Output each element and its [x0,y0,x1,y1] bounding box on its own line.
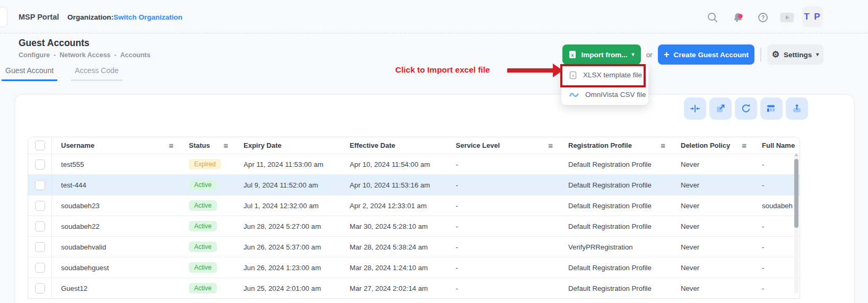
column-filter-icon[interactable]: ≡ [223,141,228,150]
svg-text:x: x [571,52,574,58]
table-columns-icon[interactable] [760,97,783,120]
sidebar-toggle-handle[interactable] [0,7,7,27]
column-header-username[interactable]: Username≡ [52,137,182,154]
breadcrumb-item[interactable]: Network Access [59,51,110,59]
column-header-full-name[interactable]: Full Name [755,137,800,154]
svg-text:?: ? [761,14,765,21]
cell-service-level: - [449,278,561,298]
cell-deletion-policy: Never [674,175,755,195]
breadcrumb-item[interactable]: Accounts [120,51,151,59]
table-row[interactable]: soudabeh22ActiveJun 28, 2024 5:27:00 amM… [28,216,800,236]
row-checkbox-cell [28,175,52,195]
cell-expiry-date: Apr 11, 2024 11:53:00 am [237,154,343,174]
select-all-checkbox[interactable] [35,140,45,150]
row-checkbox[interactable] [35,221,45,231]
annotation-text: Click to Import excel file [395,65,490,75]
table-row[interactable]: test-444ActiveJul 9, 2024 11:52:00 amApr… [28,174,800,195]
row-checkbox[interactable] [35,263,45,273]
search-icon[interactable] [706,11,719,24]
or-text: or [646,51,653,59]
breadcrumb-item[interactable]: Configure [19,51,50,59]
import-from-button[interactable]: x Import from... ▾ [562,44,641,65]
column-label: Full Name [762,141,795,149]
column-header-status[interactable]: Status≡ [182,137,237,154]
row-checkbox[interactable] [35,180,45,190]
cell-status: Active [182,257,237,278]
menu-item-omnivista-csv-file[interactable]: OmniVista CSV file [561,85,648,104]
breadcrumb-separator: - [54,51,56,59]
column-header-effective-date[interactable]: Effective Date [343,137,449,154]
cell-service-level: - [449,237,561,257]
notifications-bell-icon[interactable] [732,11,744,24]
cell-expiry-date: Jul 9, 2024 11:52:00 am [237,175,343,195]
header-divider [760,48,761,61]
breadcrumb: Configure-Network Access-Accounts [19,51,150,59]
menu-item-label: OmniVista CSV file [585,91,646,99]
cell-effective-date: Apr 10, 2024 11:53:16 am [343,175,449,195]
msp-portal-page: MSP Portal Organization: Switch Organiza… [0,0,868,303]
row-checkbox-cell [28,237,52,257]
tab-access-code[interactable]: Access Code [71,64,122,81]
row-checkbox-cell [28,257,52,278]
column-label: Service Level [456,141,500,149]
column-filter-icon[interactable]: ≡ [169,141,173,150]
plus-icon: + [664,50,670,59]
cell-registration-profile: Default Registration Profile [561,216,674,236]
cell-service-level: - [449,195,561,216]
cell-status: Expired [182,154,237,174]
column-header-expiry-date[interactable]: Expiry Date [237,137,343,154]
video-tutorial-icon[interactable] [779,11,794,24]
column-header-registration-profile[interactable]: Registration Profile≡ [561,137,674,154]
settings-button[interactable]: ⚙ Settings ▾ [767,44,823,65]
collapse-columns-icon[interactable] [684,97,706,120]
create-guest-account-button[interactable]: + Create Guest Account [658,44,754,65]
menu-item-xlsx-template-file[interactable]: x XLSX template file [561,65,648,85]
settings-label: Settings [784,51,812,59]
annotation-arrow [507,68,554,73]
column-label: Username [61,141,94,149]
column-filter-icon[interactable]: ≡ [548,141,553,150]
cell-deletion-policy: Never [674,257,755,278]
cell-effective-date: Mar 28, 2024 1:24:10 am [343,257,449,278]
header-checkbox-cell [28,137,52,154]
table-row[interactable]: soudabeh23ActiveJul 1, 2024 12:32:00 amA… [28,195,800,216]
column-filter-icon[interactable]: ≡ [661,141,665,150]
export-icon[interactable] [786,97,808,120]
status-badge: Active [189,221,217,231]
scrollbar-up-arrow[interactable] [794,153,798,156]
table-row[interactable]: Guest12ActiveJun 25, 2024 2:01:00 amMar … [28,278,800,298]
table-body: test555ExpiredApr 11, 2024 11:53:00 amAp… [28,154,800,298]
cell-username: test555 [52,154,182,174]
table-scrollbar[interactable] [794,155,798,293]
switch-organization-link[interactable]: Switch Organization [114,13,183,21]
row-checkbox[interactable] [35,242,45,252]
cell-username: soudabeh23 [52,195,182,216]
refresh-icon[interactable] [735,97,757,120]
row-checkbox-cell [28,195,52,216]
table-row[interactable]: soudabehvalidActiveJun 26, 2024 5:37:00 … [28,236,800,257]
brand-title: MSP Portal [19,13,59,21]
cell-status: Active [182,195,237,216]
scrollbar-thumb[interactable] [794,159,798,228]
status-badge: Active [189,262,217,273]
table-row[interactable]: soudabehguestActiveJun 26, 2024 1:23:00 … [28,257,800,278]
row-checkbox[interactable] [35,283,45,293]
cell-username: Guest12 [52,278,182,298]
cell-registration-profile: VerifyPRRegistration [561,237,674,257]
column-filter-icon[interactable]: ≡ [742,141,747,150]
column-header-service-level[interactable]: Service Level≡ [449,137,561,154]
cell-full-name: - [755,175,800,195]
user-avatar[interactable]: T P [802,6,823,27]
help-icon[interactable]: ? [757,11,769,24]
row-checkbox[interactable] [35,159,45,170]
row-checkbox[interactable] [35,201,45,211]
table-row[interactable]: test555ExpiredApr 11, 2024 11:53:00 amAp… [28,154,800,174]
row-checkbox-cell [28,278,52,298]
row-checkbox-cell [28,216,52,236]
column-header-deletion-policy[interactable]: Deletion Policy≡ [674,137,755,154]
column-label: Effective Date [350,141,395,149]
tab-guest-account[interactable]: Guest Account [2,64,57,81]
excel-file-icon: x [569,50,577,59]
status-badge: Expired [189,159,221,170]
open-in-new-icon[interactable] [709,97,732,120]
